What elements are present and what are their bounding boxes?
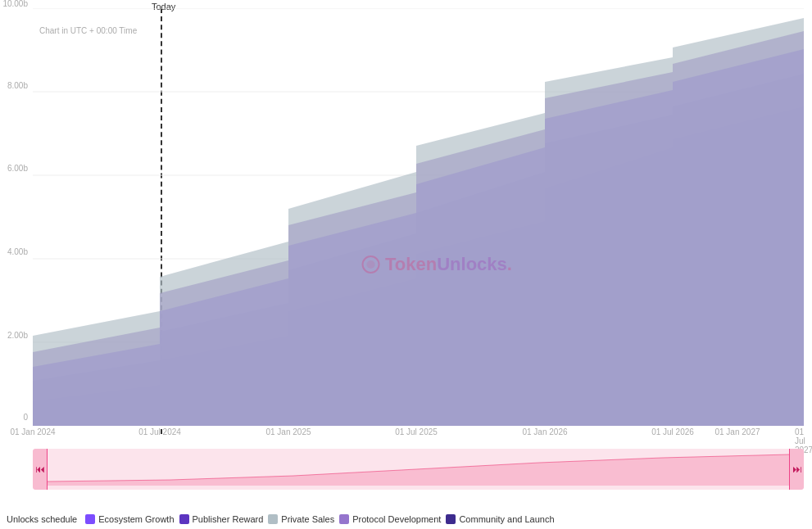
left-handle-icon: ⏮: [35, 464, 45, 474]
legend-dot-protocol: [339, 514, 349, 524]
y-label-8b: 8.00b: [7, 81, 28, 90]
legend-label-community: Community and Launch: [459, 514, 554, 524]
legend-item-community: Community and Launch: [446, 514, 554, 524]
y-label-2b: 2.00b: [7, 331, 28, 340]
x-label-jul2026: 01 Jul 2026: [651, 427, 694, 436]
legend: Unlocks schedule Ecosystem Growth Publis…: [0, 514, 812, 524]
legend-label-private: Private Sales: [281, 514, 334, 524]
right-handle-icon: ⏭: [792, 464, 802, 474]
legend-dot-community: [446, 514, 456, 524]
mini-chart-svg: [48, 453, 789, 486]
legend-dot-publisher: [179, 514, 189, 524]
x-label-jan2027: 01 Jan 2027: [714, 427, 760, 436]
x-label-jan2024: 01 Jan 2024: [10, 427, 55, 436]
y-label-0: 0: [23, 413, 28, 422]
legend-item-publisher: Publisher Reward: [179, 514, 264, 524]
mini-chart[interactable]: ⏮ ⏭: [33, 449, 804, 490]
legend-label-publisher: Publisher Reward: [193, 514, 264, 524]
legend-item-protocol: Protocol Development: [339, 514, 441, 524]
y-label-6b: 6.00b: [7, 164, 28, 173]
legend-item-ecosystem: Ecosystem Growth: [85, 514, 174, 524]
x-label-jul2025: 01 Jul 2025: [395, 427, 438, 436]
y-label-4b: 4.00b: [7, 247, 28, 256]
scroll-handle-right[interactable]: ⏭: [789, 449, 804, 490]
x-label-jan2026: 01 Jan 2026: [522, 427, 567, 436]
x-axis: 01 Jan 2024 01 Jul 2024 01 Jan 2025 01 J…: [33, 427, 804, 444]
svg-marker-12: [48, 454, 789, 486]
y-axis: 0 2.00b 4.00b 6.00b 8.00b 10.00b: [0, 8, 31, 426]
legend-dot-private: [268, 514, 278, 524]
scroll-handle-left[interactable]: ⏮: [33, 449, 48, 490]
x-label-jul2024: 01 Jul 2024: [138, 427, 181, 436]
x-label-jan2025: 01 Jan 2025: [265, 427, 311, 436]
legend-label-ecosystem: Ecosystem Growth: [98, 514, 174, 524]
chart-container: 0 2.00b 4.00b 6.00b 8.00b 10.00b Today C…: [0, 0, 812, 529]
chart-svg: [33, 8, 804, 426]
unlocks-schedule-label: Unlocks schedule: [7, 514, 77, 524]
legend-item-private: Private Sales: [268, 514, 334, 524]
legend-dot-ecosystem: [85, 514, 95, 524]
y-label-10b: 10.00b: [2, 0, 28, 8]
legend-label-protocol: Protocol Development: [352, 514, 441, 524]
svg-marker-9: [33, 18, 804, 426]
